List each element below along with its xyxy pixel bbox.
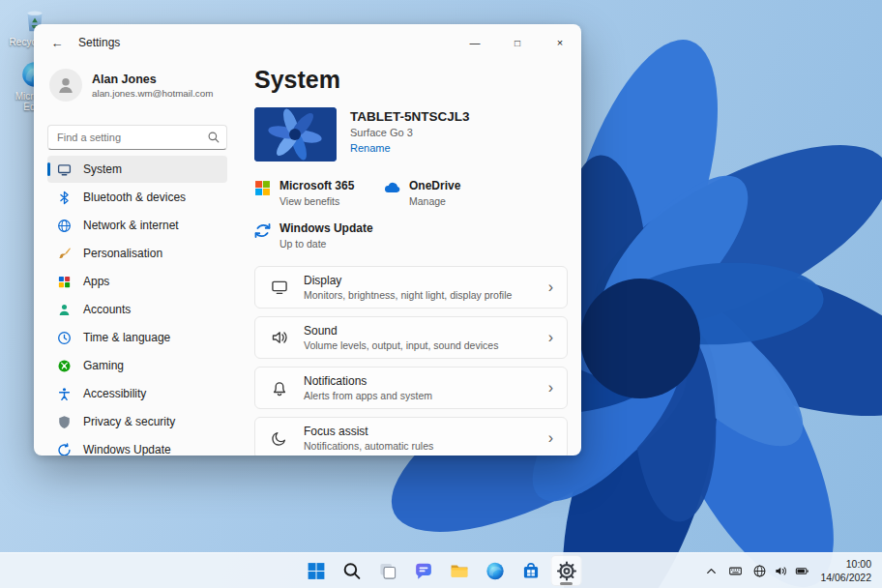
device-info: TABLET-5NTSCJL3 Surface Go 3 Rename: [350, 107, 470, 156]
nav-item-personalisation[interactable]: Personalisation: [47, 240, 227, 267]
windows-update-icon: [254, 222, 271, 239]
maximize-button[interactable]: □: [496, 24, 539, 61]
volume-icon: [774, 564, 788, 578]
card-title: Notifications: [304, 374, 432, 388]
taskbar: 10:00 14/06/2022: [0, 552, 882, 588]
apps-grid-icon: [57, 275, 72, 289]
network-volume-battery-button[interactable]: [748, 556, 814, 585]
nav-item-system[interactable]: System: [47, 156, 227, 183]
chevron-right-icon: ›: [548, 279, 553, 295]
bell-icon: [271, 379, 288, 397]
nav-item-gaming[interactable]: Gaming: [47, 352, 227, 379]
chevron-up-icon: [704, 564, 719, 578]
globe-icon: [57, 219, 72, 233]
nav-item-apps[interactable]: Apps: [47, 268, 227, 295]
tray-date: 14/06/2022: [820, 571, 871, 584]
shield-icon: [57, 415, 72, 429]
window-controls: — □ ×: [454, 24, 581, 61]
settings-card-focus-assist[interactable]: Focus assist Notifications, automatic ru…: [254, 417, 568, 456]
nav-item-windows-update[interactable]: Windows Update: [47, 436, 227, 456]
nav-label: System: [83, 162, 122, 176]
sidebar: Alan Jones alan.jones.wm@hotmail.com: [34, 61, 241, 456]
user-name: Alan Jones: [92, 73, 213, 86]
settings-card-sound[interactable]: Sound Volume levels, output, input, soun…: [254, 316, 568, 359]
network-globe-icon: [752, 564, 767, 578]
search-button[interactable]: [337, 555, 368, 586]
quick-link-title: Microsoft 365: [279, 179, 354, 192]
file-explorer-icon: [449, 561, 469, 581]
device-thumbnail: [254, 107, 337, 162]
battery-icon: [795, 564, 809, 578]
nav-label: Personalisation: [83, 247, 162, 260]
search-icon: [207, 131, 220, 144]
settings-nav: System Bluetooth & devices: [47, 156, 227, 456]
chat-button[interactable]: [408, 555, 439, 586]
card-text: Focus assist Notifications, automatic ru…: [304, 425, 433, 452]
person-icon: [57, 303, 72, 317]
quick-link-subtitle: Up to date: [279, 238, 373, 250]
nav-item-accessibility[interactable]: Accessibility: [47, 380, 227, 407]
titlebar: ← Settings — □ ×: [34, 24, 581, 61]
onedrive-cloud-icon: [384, 180, 400, 196]
file-explorer-button[interactable]: [444, 555, 475, 586]
device-name: TABLET-5NTSCJL3: [350, 109, 470, 124]
tray-overflow-button[interactable]: [699, 556, 723, 585]
card-title: Sound: [304, 324, 498, 338]
settings-button[interactable]: [551, 555, 582, 586]
nav-label: Network & internet: [83, 219, 179, 232]
clock-icon: [57, 331, 72, 345]
card-subtitle: Alerts from apps and system: [304, 390, 432, 401]
person-icon: [56, 75, 75, 95]
taskbar-clock[interactable]: 10:00 14/06/2022: [814, 556, 880, 585]
quick-link-title: OneDrive: [409, 179, 460, 192]
settings-card-notifications[interactable]: Notifications Alerts from apps and syste…: [254, 367, 568, 409]
card-subtitle: Volume levels, output, input, sound devi…: [304, 339, 498, 351]
card-subtitle: Notifications, automatic rules: [304, 440, 433, 452]
nav-label: Gaming: [83, 359, 124, 372]
nav-item-accounts[interactable]: Accounts: [47, 296, 227, 323]
chevron-right-icon: ›: [548, 430, 553, 446]
update-arrows-icon: [57, 443, 72, 456]
touch-keyboard-button[interactable]: [723, 556, 748, 585]
nav-label: Privacy & security: [83, 415, 175, 428]
paint-brush-icon: [57, 247, 72, 261]
crescent-moon-icon: [271, 429, 288, 447]
nav-item-privacy-security[interactable]: Privacy & security: [47, 408, 227, 435]
minimize-button[interactable]: —: [454, 24, 496, 61]
edge-button[interactable]: [480, 555, 511, 586]
user-profile[interactable]: Alan Jones alan.jones.wm@hotmail.com: [47, 67, 227, 103]
tray-time: 10:00: [846, 557, 871, 571]
quick-link-text: OneDrive Manage: [409, 179, 460, 207]
card-text: Sound Volume levels, output, input, soun…: [304, 324, 498, 351]
microsoft-store-icon: [520, 561, 541, 581]
quick-link-text: Windows Update Up to date: [279, 221, 373, 250]
back-button[interactable]: ←: [42, 30, 73, 55]
selection-indicator: [47, 162, 50, 176]
chevron-right-icon: ›: [548, 380, 553, 396]
quick-link-microsoft-365[interactable]: Microsoft 365 View benefits: [254, 179, 355, 208]
card-title: Focus assist: [304, 425, 433, 438]
search-box: [47, 125, 227, 150]
nav-label: Apps: [83, 275, 109, 288]
search-input[interactable]: [47, 125, 227, 150]
quick-link-text: Microsoft 365 View benefits: [279, 179, 354, 207]
rename-link[interactable]: Rename: [350, 142, 391, 154]
avatar: [49, 69, 82, 102]
task-view-button[interactable]: [372, 555, 403, 586]
quick-link-title: Windows Update: [279, 221, 373, 235]
user-identity: Alan Jones alan.jones.wm@hotmail.com: [92, 73, 213, 99]
nav-label: Time & language: [83, 331, 170, 344]
nav-item-time-language[interactable]: Time & language: [47, 324, 227, 351]
close-button[interactable]: ×: [539, 24, 581, 61]
quick-link-windows-update[interactable]: Windows Update Up to date: [254, 221, 568, 250]
settings-gear-icon: [556, 561, 576, 581]
nav-item-network-internet[interactable]: Network & internet: [47, 212, 227, 239]
nav-item-bluetooth-devices[interactable]: Bluetooth & devices: [47, 184, 227, 211]
system-tray: 10:00 14/06/2022: [699, 553, 880, 588]
quick-link-onedrive[interactable]: OneDrive Manage: [384, 179, 485, 208]
start-button[interactable]: [301, 555, 332, 586]
card-subtitle: Monitors, brightness, night light, displ…: [304, 289, 512, 301]
settings-card-display[interactable]: Display Monitors, brightness, night ligh…: [254, 266, 568, 309]
microsoft-365-icon: [254, 180, 271, 196]
store-button[interactable]: [515, 555, 546, 586]
